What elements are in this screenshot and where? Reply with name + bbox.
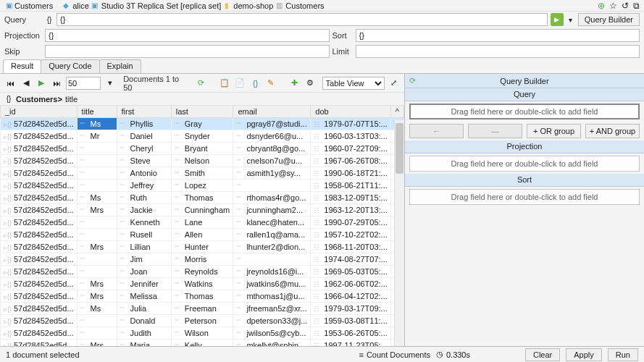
table-row[interactable]: ▹{}57d28452ed5d...""""Donald""Peterson""…	[1, 315, 404, 327]
prev-page-icon[interactable]: ◀	[20, 77, 32, 90]
qb-projection-drop[interactable]: Drag field here or double-click to add f…	[409, 156, 640, 172]
export-icon[interactable]: 📄	[234, 77, 246, 90]
copy-icon[interactable]: 📋	[218, 77, 230, 90]
page-size-input[interactable]	[66, 77, 101, 90]
last-page-icon[interactable]: ⏭	[51, 77, 63, 90]
qb-back-button[interactable]: ←	[409, 124, 464, 138]
col-extra[interactable]: ^	[390, 106, 403, 118]
selection-label: 1 document selected	[6, 350, 80, 359]
view-json-icon[interactable]: {}	[249, 77, 262, 90]
result-tabs: Result Query Code Explain	[0, 59, 644, 74]
table-row[interactable]: ▹{}57d28452ed5d...""""Jim""Morris""☷1974…	[1, 253, 404, 266]
table-row[interactable]: ▹{}57d28452ed5d...""""Steve""Nelson""cne…	[1, 155, 404, 167]
path-field[interactable]: title	[65, 95, 78, 104]
page-dropdown-icon[interactable]: ▾	[104, 77, 116, 90]
refresh-icon[interactable]: ↺	[622, 1, 629, 11]
crumb-rs[interactable]: Studio 3T Replica Set [replica set]	[101, 1, 222, 10]
db-icon: ▮	[222, 1, 231, 10]
tab-querycode[interactable]: Query Code	[41, 59, 99, 73]
query-builder-button[interactable]: Query Builder	[578, 13, 640, 26]
edit-icon[interactable]: ✎	[264, 77, 277, 90]
skip-input[interactable]	[45, 45, 330, 58]
refresh-results-icon[interactable]: ⟳	[195, 77, 207, 90]
user-icon: ◆	[62, 1, 70, 10]
qb-and-button[interactable]: + AND group	[585, 124, 640, 138]
scrollbar[interactable]	[394, 120, 404, 346]
run-button[interactable]: Run	[608, 348, 638, 361]
qb-query-drop[interactable]: Drag field here or double-click to add f…	[409, 104, 640, 119]
window-titlebar: ▣ Customers ◆alice ▣Studio 3T Replica Se…	[0, 0, 644, 12]
qb-section-projection: Projection	[405, 140, 644, 153]
first-page-icon[interactable]: ⏮	[4, 77, 17, 90]
clock-icon: ◷	[436, 350, 443, 359]
dup-icon[interactable]: ⧉	[633, 1, 640, 11]
skip-label: Skip	[4, 47, 42, 56]
view-mode-select[interactable]: Table View	[322, 77, 385, 90]
count-docs[interactable]: ≡Count Documents	[359, 350, 430, 359]
settings-icon[interactable]: ⚙	[304, 77, 316, 90]
more-icon[interactable]: ▾	[566, 15, 575, 24]
table-row[interactable]: ▹{}57d28452ed5d...""Mr""Daniel""Snyder""…	[1, 130, 404, 143]
window-title: Customers	[14, 1, 53, 10]
qb-sort-drop[interactable]: Drag field here or double-click to add f…	[409, 189, 640, 205]
col-first[interactable]: first	[117, 106, 171, 118]
run-query-icon[interactable]: ▶	[551, 13, 564, 26]
tab-icon: ▣	[4, 1, 13, 10]
table-row[interactable]: ▹{}57d28452ed5d...""""Joan""Reynolds""jr…	[1, 266, 404, 278]
tab-explain[interactable]: Explain	[99, 59, 141, 73]
table-row[interactable]: ▹{}57d28452ed5d...""""Jeffrey""Lopez""☷1…	[1, 180, 404, 192]
crumb-coll[interactable]: Customers	[285, 1, 324, 10]
col-email[interactable]: email	[233, 106, 311, 118]
table-row[interactable]: ▹{}57d28452ed5d...""Ms""Ruth""Thomas""rt…	[1, 192, 404, 204]
col-last[interactable]: last	[171, 106, 233, 118]
table-row[interactable]: ▹{}57d28452ed5d...""""Rusell""Allen""ral…	[1, 229, 404, 241]
star-icon[interactable]: ☆	[609, 1, 617, 11]
play-icon[interactable]: ▶	[35, 77, 47, 90]
query-row: Query {} ▶ ▾ Query Builder	[0, 12, 644, 28]
crumb-user[interactable]: alice	[72, 1, 89, 10]
table-row[interactable]: ▹{}57d28452ed5d...""""Antonio""Smith""as…	[1, 167, 404, 180]
count-icon: ≡	[359, 350, 363, 359]
col-id[interactable]: _id	[1, 106, 78, 118]
status-bar: 1 document selected ≡Count Documents ◷0.…	[0, 346, 644, 362]
path-collection[interactable]: Customers>	[16, 95, 62, 104]
tab-result[interactable]: Result	[3, 59, 41, 73]
brace-icon: {}	[45, 15, 54, 24]
collection-icon: ▥	[275, 1, 283, 10]
query-input[interactable]	[57, 13, 548, 26]
table-row[interactable]: ▹{}57d28452ed5d...""Ms""Phyllis""Gray""p…	[1, 118, 404, 130]
query-time: ◷0.330s	[436, 350, 470, 359]
table-row[interactable]: ▹{}57d28452ed5d...""Mrs""Melissa""Thomas…	[1, 290, 404, 303]
qb-title: ⟳Query Builder	[405, 74, 644, 88]
col-dob[interactable]: dob	[311, 106, 390, 118]
proj-sort-row: Projection Sort	[0, 28, 644, 43]
add-doc-icon[interactable]: ✚	[288, 77, 301, 90]
projection-input[interactable]	[45, 29, 330, 42]
limit-input[interactable]	[356, 45, 640, 58]
brace-inline-icon: {}	[4, 95, 13, 104]
table-row[interactable]: ▹{}57d28452ed5d...""""Cheryl""Bryant""cb…	[1, 143, 404, 155]
apply-button[interactable]: Apply	[566, 348, 602, 361]
clear-button[interactable]: Clear	[525, 348, 560, 361]
table-row[interactable]: ▹{}57d28452ed5d...""Mrs""Maria""Kelly""m…	[1, 340, 404, 347]
qb-remove-button[interactable]: —	[468, 124, 522, 138]
breadcrumb-path: {} Customers> title	[0, 93, 404, 106]
col-title[interactable]: title	[77, 106, 117, 118]
expand-icon[interactable]: ⤢	[388, 77, 400, 90]
qb-icon: ⟳	[409, 76, 416, 85]
projection-label: Projection	[4, 31, 42, 40]
replica-icon: ▣	[91, 1, 99, 10]
sort-label: Sort	[333, 31, 353, 40]
table-row[interactable]: ▹{}57d28452ed5d...""""Judith""Wilson""jw…	[1, 327, 404, 340]
crumb-db[interactable]: demo-shop	[233, 1, 273, 10]
limit-label: Limit	[333, 47, 353, 56]
sort-input[interactable]	[356, 29, 640, 42]
scroll-thumb[interactable]	[396, 123, 403, 174]
table-row[interactable]: ▹{}57d28452ed5d...""Ms""Julia""Freeman""…	[1, 303, 404, 315]
qb-or-button[interactable]: + OR group	[527, 124, 581, 138]
table-row[interactable]: ▹{}57d28452ed5d...""""Kenneth""Lane""kla…	[1, 216, 404, 229]
add-icon[interactable]: ⊕	[598, 1, 605, 11]
table-row[interactable]: ▹{}57d28452ed5d...""Mrs""Lillian""Hunter…	[1, 241, 404, 253]
table-row[interactable]: ▹{}57d28452ed5d...""Mrs""Jennifer""Watki…	[1, 278, 404, 290]
table-row[interactable]: ▹{}57d28452ed5d...""Mrs""Jackie""Cunning…	[1, 204, 404, 216]
